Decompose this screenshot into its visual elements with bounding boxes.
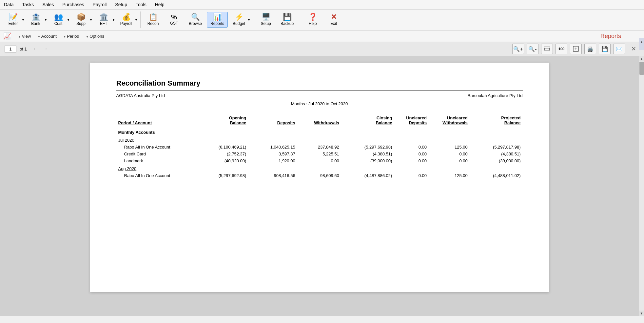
payroll-arrow[interactable]: ▾ — [135, 18, 138, 22]
uncleared-dep: 0.00 — [394, 151, 429, 157]
fit-page-button[interactable] — [570, 44, 582, 54]
sub-toolbar: 📈 View Account Period Options Reports ▲ — [0, 30, 644, 42]
table-row: Credit Card (2,752.37) 3,597.37 5,225.51… — [116, 151, 523, 157]
withdrawals: 5,225.51 — [297, 151, 341, 157]
eft-icon: 🏛️ — [99, 13, 108, 21]
table-row: Rabo All In One Account (6,100,469.21) 1… — [116, 144, 523, 151]
email-button[interactable]: ✉️ — [613, 44, 625, 54]
content-panel: Reconciliation Summary AGDATA Australia … — [0, 56, 639, 316]
bank-arrow[interactable]: ▾ — [44, 18, 47, 22]
col-withdrawals: Withdrawals — [297, 114, 341, 127]
help-button[interactable]: ❓ Help — [303, 12, 322, 28]
cust-button[interactable]: 👥 Cust — [49, 12, 68, 28]
exit-button[interactable]: ✕ Exit — [324, 12, 343, 28]
period-menu[interactable]: Period — [63, 34, 79, 39]
right-scrollbar: ▲ ▼ — [639, 56, 644, 316]
menu-payroll[interactable]: Payroll — [91, 1, 108, 8]
col-uncleared-withdrawals: UnclearedWithdrawals — [429, 114, 470, 127]
closing-balance: (39,000.00) — [341, 157, 394, 164]
supp-icon: 📦 — [77, 13, 86, 21]
account-name: Rabo All In One Account — [116, 144, 195, 151]
setup-button[interactable]: 🖥️ Setup — [256, 12, 276, 28]
menu-purchases[interactable]: Purchases — [61, 1, 85, 8]
report-header-row: AGDATA Australia Pty Ltd Barcoolah Agric… — [116, 93, 523, 98]
page-number-input[interactable]: 1 — [5, 46, 16, 52]
account-menu[interactable]: Account — [37, 34, 56, 39]
next-page-button[interactable]: → — [41, 46, 49, 52]
col-projected-balance: ProjectedBalance — [470, 114, 523, 127]
cust-arrow[interactable]: ▾ — [67, 18, 70, 22]
main-area: Reconciliation Summary AGDATA Australia … — [0, 56, 644, 316]
menu-setup[interactable]: Setup — [114, 1, 128, 8]
report-title: Reconciliation Summary — [116, 79, 523, 88]
zoom-out-button[interactable]: 🔍- — [527, 44, 538, 54]
toolbar: 📝 Enter ▾ 🏦 Bank ▾ 👥 Cust ▾ 📦 Supp ▾ 🏛️ … — [0, 10, 644, 30]
backup-icon: 💾 — [283, 13, 292, 21]
browse-icon: 🔍 — [191, 13, 200, 21]
table-row: Rabo All In One Account (5,297,692.98) 9… — [116, 172, 523, 179]
company-right: Barcoolah Agriculture Pty Ltd — [468, 93, 523, 98]
page-total: of 1 — [20, 47, 27, 51]
options-menu[interactable]: Options — [86, 34, 104, 39]
scroll-up-button[interactable]: ▲ — [639, 56, 644, 61]
uncleared-with: 125.00 — [429, 172, 470, 179]
enter-button[interactable]: 📝 Enter — [3, 12, 23, 28]
report-table: Period / Account OpeningBalance Deposits… — [116, 114, 523, 179]
sub-toolbar-title: Reports — [600, 33, 641, 40]
chart-icon: 📈 — [3, 32, 11, 40]
period-jul-2020: Jul 2020 — [116, 136, 523, 144]
uncleared-dep: 0.00 — [394, 157, 429, 164]
bank-button[interactable]: 🏦 Bank — [26, 12, 46, 28]
cust-icon: 👥 — [54, 13, 63, 21]
col-opening-balance: OpeningBalance — [195, 114, 248, 127]
eft-button[interactable]: 🏛️ EFT — [94, 12, 113, 28]
recon-button[interactable]: 📋 Recon — [143, 12, 163, 28]
menu-help[interactable]: Help — [154, 1, 166, 8]
col-uncleared-deposits: UnclearedDeposits — [394, 114, 429, 127]
page-nav: ← → — [31, 46, 49, 52]
backup-button[interactable]: 💾 Backup — [277, 12, 297, 28]
actual-size-button[interactable]: 100 — [556, 44, 567, 54]
menu-tools[interactable]: Tools — [134, 1, 148, 8]
payroll-button[interactable]: 💰 Payroll — [116, 12, 136, 28]
menu-bar: Data Tasks Sales Purchases Payroll Setup… — [0, 0, 644, 10]
thin-up-btn[interactable]: ▲ — [639, 38, 644, 46]
view-menu[interactable]: View — [18, 34, 31, 39]
menu-tasks[interactable]: Tasks — [21, 1, 35, 8]
budget-button[interactable]: ⚡ Budget — [229, 12, 249, 28]
projected: (5,297,817.98) — [470, 144, 523, 151]
help-icon: ❓ — [308, 13, 317, 21]
fit-width-icon — [544, 46, 550, 52]
close-report-button[interactable]: ✕ — [628, 44, 639, 54]
table-row: Landmark (40,920.00) 1,920.00 0.00 (39,0… — [116, 157, 523, 164]
menu-sales[interactable]: Sales — [41, 1, 55, 8]
setup-icon: 🖥️ — [262, 13, 270, 21]
scroll-thumb[interactable] — [639, 62, 644, 75]
scroll-track[interactable] — [639, 61, 644, 311]
opening-balance: (2,752.37) — [195, 151, 248, 157]
gst-button[interactable]: % GST — [164, 12, 184, 27]
withdrawals: 98,609.60 — [297, 172, 341, 179]
uncleared-dep: 0.00 — [394, 144, 429, 151]
prev-page-button[interactable]: ← — [31, 46, 39, 52]
menu-data[interactable]: Data — [3, 1, 15, 8]
save-button[interactable]: 💾 — [599, 44, 611, 54]
supp-arrow[interactable]: ▾ — [89, 18, 92, 22]
supp-button[interactable]: 📦 Supp — [71, 12, 91, 28]
budget-arrow[interactable]: ▾ — [247, 18, 250, 22]
uncleared-dep: 0.00 — [394, 172, 429, 179]
zoom-in-button[interactable]: 🔍+ — [512, 44, 524, 54]
closing-balance: (4,487,886.02) — [341, 172, 394, 179]
section-monthly-accounts: Monthly Accounts — [116, 127, 523, 136]
scroll-down-button[interactable]: ▼ — [639, 311, 644, 316]
table-header-row: Period / Account OpeningBalance Deposits… — [116, 114, 523, 127]
eft-arrow[interactable]: ▾ — [112, 18, 115, 22]
deposits: 3,597.37 — [248, 151, 297, 157]
reports-button[interactable]: 📊 Reports — [207, 12, 228, 28]
browse-button[interactable]: 🔍 Browse — [185, 12, 205, 28]
enter-arrow[interactable]: ▾ — [22, 18, 25, 22]
fit-width-button[interactable] — [541, 44, 553, 54]
uncleared-with: 125.00 — [429, 144, 470, 151]
period-aug-2020: Aug 2020 — [116, 164, 523, 172]
print-button[interactable]: 🖨️ — [584, 44, 596, 54]
